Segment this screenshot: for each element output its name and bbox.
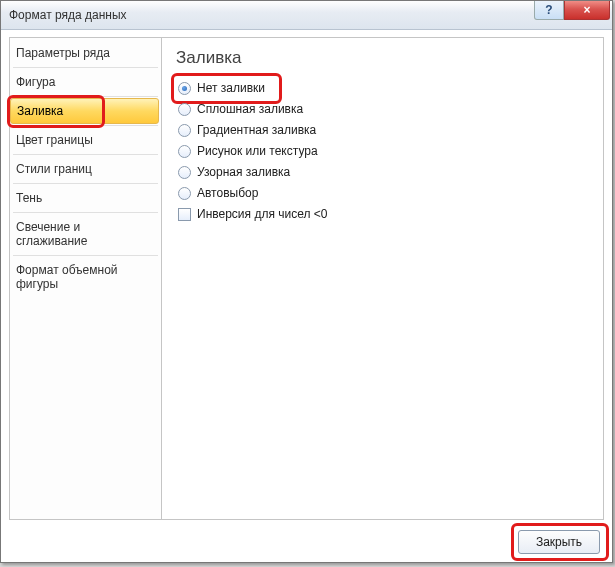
option-automatic[interactable]: Автовыбор — [176, 183, 589, 203]
content-pane: Заливка Нет заливки Сплошная заливка Гра… — [162, 37, 604, 520]
window-buttons: ? × — [534, 1, 610, 20]
option-picture-texture[interactable]: Рисунок или текстура — [176, 141, 589, 161]
option-label: Рисунок или текстура — [197, 144, 318, 158]
help-button[interactable]: ? — [534, 1, 564, 20]
sidebar-item-label: Параметры ряда — [16, 46, 110, 60]
option-pattern-fill[interactable]: Узорная заливка — [176, 162, 589, 182]
sidebar-item-label: Свечение и сглаживание — [16, 220, 87, 248]
category-sidebar: Параметры ряда Фигура Заливка Цвет грани… — [9, 37, 162, 520]
radio-icon — [178, 166, 191, 179]
dialog-window: Формат ряда данных ? × Параметры ряда Фи… — [0, 0, 613, 563]
checkbox-icon — [178, 208, 191, 221]
radio-icon — [178, 145, 191, 158]
radio-icon — [178, 187, 191, 200]
radio-icon — [178, 82, 191, 95]
dialog-body: Параметры ряда Фигура Заливка Цвет грани… — [9, 37, 604, 520]
sidebar-divider — [13, 255, 158, 256]
sidebar-item-shadow[interactable]: Тень — [10, 185, 161, 211]
sidebar-item-label: Заливка — [17, 104, 63, 118]
sidebar-item-label: Цвет границы — [16, 133, 93, 147]
sidebar-divider — [13, 125, 158, 126]
dialog-footer: Закрыть — [1, 522, 612, 562]
option-label: Сплошная заливка — [197, 102, 303, 116]
option-solid-fill[interactable]: Сплошная заливка — [176, 99, 589, 119]
option-label: Инверсия для чисел <0 — [197, 207, 327, 221]
radio-icon — [178, 124, 191, 137]
sidebar-divider — [13, 154, 158, 155]
option-label: Узорная заливка — [197, 165, 290, 179]
titlebar: Формат ряда данных ? × — [1, 1, 612, 30]
option-label: Нет заливки — [197, 81, 265, 95]
option-label: Автовыбор — [197, 186, 258, 200]
close-button-label: Закрыть — [536, 535, 582, 549]
sidebar-divider — [13, 96, 158, 97]
sidebar-item-label: Стили границ — [16, 162, 92, 176]
sidebar-item-border-color[interactable]: Цвет границы — [10, 127, 161, 153]
close-button[interactable]: Закрыть — [518, 530, 600, 554]
sidebar-item-shape[interactable]: Фигура — [10, 69, 161, 95]
sidebar-item-border-styles[interactable]: Стили границ — [10, 156, 161, 182]
window-close-button[interactable]: × — [564, 1, 610, 20]
window-title: Формат ряда данных — [1, 8, 127, 22]
option-invert-negative[interactable]: Инверсия для чисел <0 — [176, 204, 589, 224]
option-label: Градиентная заливка — [197, 123, 316, 137]
option-no-fill[interactable]: Нет заливки — [176, 78, 589, 98]
sidebar-divider — [13, 67, 158, 68]
radio-icon — [178, 103, 191, 116]
sidebar-item-label: Тень — [16, 191, 42, 205]
sidebar-item-glow[interactable]: Свечение и сглаживание — [10, 214, 161, 254]
sidebar-item-label: Фигура — [16, 75, 55, 89]
sidebar-item-fill[interactable]: Заливка — [10, 98, 161, 124]
sidebar-divider — [13, 212, 158, 213]
sidebar-divider — [13, 183, 158, 184]
sidebar-item-label: Формат объемной фигуры — [16, 263, 118, 291]
sidebar-item-3d-format[interactable]: Формат объемной фигуры — [10, 257, 161, 297]
section-title: Заливка — [176, 48, 589, 68]
option-gradient-fill[interactable]: Градиентная заливка — [176, 120, 589, 140]
sidebar-item-series-options[interactable]: Параметры ряда — [10, 40, 161, 66]
